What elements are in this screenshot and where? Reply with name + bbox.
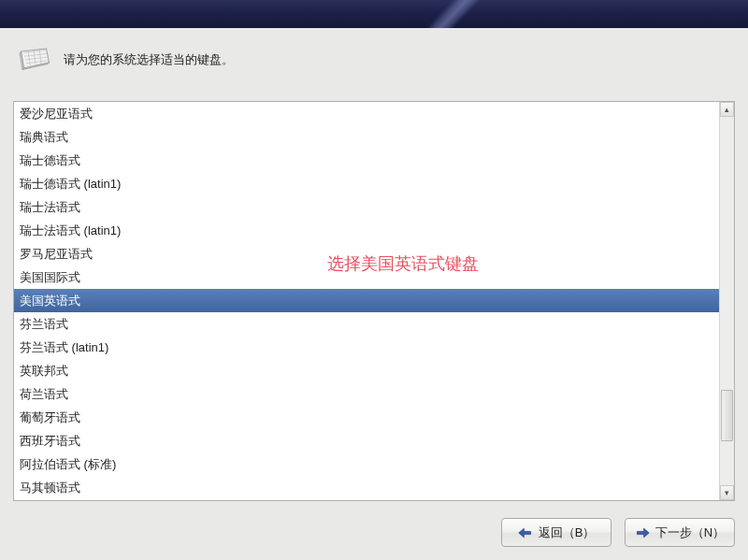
arrow-left-icon [518,527,533,538]
list-item[interactable]: 瑞士法语式 (latin1) [14,219,719,242]
scroll-up-button[interactable]: ▴ [720,102,734,117]
list-item[interactable]: 芬兰语式 [14,312,719,336]
scrollbar[interactable]: ▴ ▾ [719,102,734,500]
next-button[interactable]: 下一步（N） [625,518,735,547]
list-item[interactable]: 西班牙语式 [14,429,719,452]
back-button-label: 返回（B） [539,524,596,541]
list-item[interactable]: 荷兰语式 [14,382,719,406]
list-item[interactable]: 马其顿语式 [14,476,719,499]
scroll-down-button[interactable]: ▾ [720,485,734,500]
arrow-right-icon [635,527,650,538]
list-item[interactable]: 瑞士法语式 [14,195,719,219]
list-item[interactable]: 美国英语式 [14,289,719,312]
installer-header-banner [0,0,748,28]
list-item[interactable]: 葡萄牙语式 [14,406,719,429]
list-item[interactable]: 瑞士德语式 [14,149,719,172]
list-item[interactable]: 芬兰语式 (latin1) [14,336,719,359]
list-item[interactable]: 瑞典语式 [14,125,719,149]
scroll-track[interactable] [720,117,734,485]
list-item[interactable]: 罗马尼亚语式 [14,242,719,266]
keyboard-listbox[interactable]: 爱沙尼亚语式瑞典语式瑞士德语式瑞士德语式 (latin1)瑞士法语式瑞士法语式 … [13,101,735,501]
next-button-label: 下一步（N） [655,524,725,541]
keyboard-icon [17,47,50,73]
list-item[interactable]: 阿拉伯语式 (标准) [14,452,719,476]
scroll-thumb[interactable] [721,390,733,441]
keyboard-prompt-text: 请为您的系统选择适当的键盘。 [64,51,234,68]
list-item[interactable]: 美国国际式 [14,266,719,289]
back-button[interactable]: 返回（B） [501,518,611,547]
prompt-row: 请为您的系统选择适当的键盘。 [0,28,748,90]
list-item[interactable]: 英联邦式 [14,359,719,382]
nav-button-row: 返回（B） 下一步（N） [501,518,735,547]
list-item[interactable]: 爱沙尼亚语式 [14,102,719,125]
list-item[interactable]: 瑞士德语式 (latin1) [14,172,719,195]
